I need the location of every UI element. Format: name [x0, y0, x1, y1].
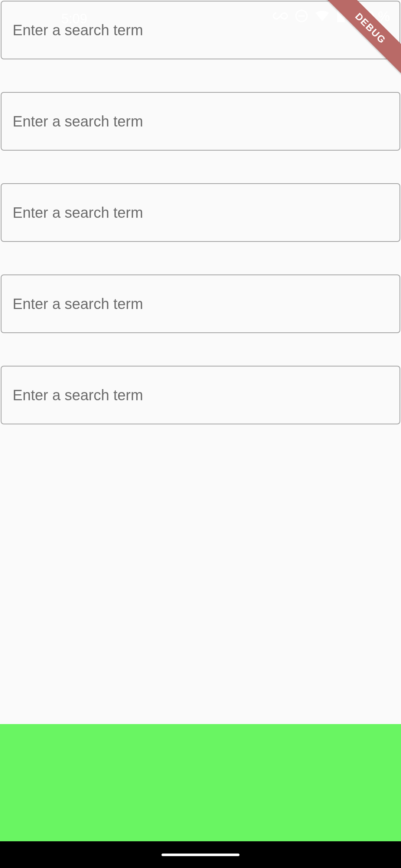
- svg-rect-2: [339, 9, 342, 10]
- search-input-2[interactable]: [1, 92, 400, 151]
- status-bar-time: 5:09: [61, 11, 87, 27]
- navigation-bar: [0, 841, 401, 868]
- search-input-3[interactable]: [1, 183, 400, 242]
- inputs-container: [0, 1, 401, 424]
- link-icon: [273, 11, 288, 22]
- battery-percentage: 100 %: [352, 9, 390, 24]
- search-input-4[interactable]: [1, 274, 400, 333]
- status-bar: 100 %: [273, 0, 401, 33]
- do-not-disturb-icon: [295, 9, 308, 24]
- gesture-handle[interactable]: [162, 854, 239, 856]
- search-input-5[interactable]: [1, 366, 400, 424]
- svg-rect-3: [337, 10, 345, 22]
- wifi-icon: [315, 10, 330, 23]
- bottom-panel: [0, 724, 401, 841]
- battery-icon: [336, 9, 345, 24]
